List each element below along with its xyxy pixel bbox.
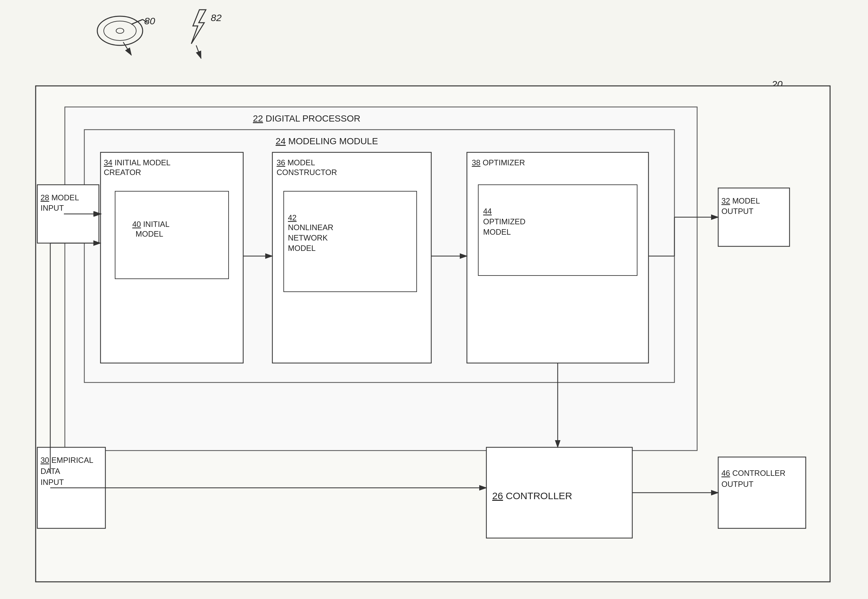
- disk-ref: 80: [144, 15, 155, 26]
- lightning-icon: [191, 10, 206, 58]
- svg-text:NONLINEAR: NONLINEAR: [288, 223, 333, 232]
- optimized-model-label: 44: [483, 207, 492, 215]
- svg-rect-15: [115, 191, 229, 279]
- svg-text:DATA: DATA: [41, 467, 60, 476]
- svg-line-8: [752, 91, 769, 99]
- svg-text:MODEL: MODEL: [288, 244, 315, 253]
- svg-line-5: [123, 42, 131, 55]
- model-constructor-label: 36 MODEL: [277, 158, 315, 167]
- modeling-module-label: 24 MODELING MODULE: [276, 136, 378, 146]
- svg-text:MODEL: MODEL: [136, 229, 163, 238]
- svg-rect-11: [65, 107, 697, 450]
- controller-label: 26 CONTROLLER: [492, 491, 572, 501]
- svg-text:NETWORK: NETWORK: [288, 233, 328, 242]
- svg-rect-35: [718, 457, 806, 528]
- svg-line-3: [131, 20, 143, 24]
- initial-model-creator-label: 34 INITIAL MODEL: [104, 158, 170, 167]
- svg-line-7: [196, 45, 201, 58]
- initial-model-label: 40 INITIAL: [132, 220, 170, 229]
- svg-rect-31: [37, 447, 105, 528]
- svg-rect-17: [272, 152, 431, 363]
- svg-point-0: [97, 16, 143, 45]
- svg-text:INPUT: INPUT: [41, 203, 64, 212]
- lightning-ref: 82: [211, 12, 222, 23]
- svg-point-1: [104, 21, 136, 41]
- diagram-svg: 80 82 20 22 DIGITAL PROCESSOR: [0, 0, 868, 599]
- svg-text:OPTIMIZED: OPTIMIZED: [483, 217, 526, 226]
- svg-rect-12: [84, 129, 674, 382]
- svg-text:MODEL: MODEL: [483, 227, 511, 236]
- svg-text:CONSTRUCTOR: CONSTRUCTOR: [277, 168, 337, 177]
- svg-rect-13: [101, 152, 243, 363]
- svg-text:OUTPUT: OUTPUT: [722, 207, 753, 215]
- disk-icon: [97, 16, 148, 55]
- empirical-data-ref: 30 EMPIRICAL: [41, 456, 93, 465]
- controller-output-ref: 46 CONTROLLER: [722, 469, 785, 477]
- svg-text:INPUT: INPUT: [41, 478, 64, 486]
- optimizer-label: 38 OPTIMIZER: [472, 158, 525, 167]
- model-output-ref: 32 MODEL: [722, 196, 760, 205]
- svg-rect-29: [718, 188, 790, 246]
- system-ref: 20: [772, 79, 783, 89]
- nonlinear-network-label: 42: [288, 213, 297, 222]
- svg-rect-19: [284, 191, 417, 292]
- svg-text:CREATOR: CREATOR: [104, 168, 141, 177]
- svg-text:OUTPUT: OUTPUT: [722, 480, 753, 489]
- model-input-ref: 28 MODEL: [41, 193, 79, 202]
- svg-rect-10: [36, 86, 830, 582]
- svg-line-4: [143, 20, 148, 23]
- svg-rect-34: [486, 447, 632, 538]
- diagram-container: 80 82 20 22 DIGITAL PROCESSOR: [0, 0, 868, 599]
- svg-rect-27: [37, 185, 99, 243]
- svg-point-2: [116, 28, 124, 33]
- svg-marker-6: [191, 10, 206, 44]
- digital-processor-label: 22 DIGITAL PROCESSOR: [253, 113, 360, 123]
- svg-rect-24: [478, 185, 637, 275]
- svg-rect-23: [467, 152, 648, 363]
